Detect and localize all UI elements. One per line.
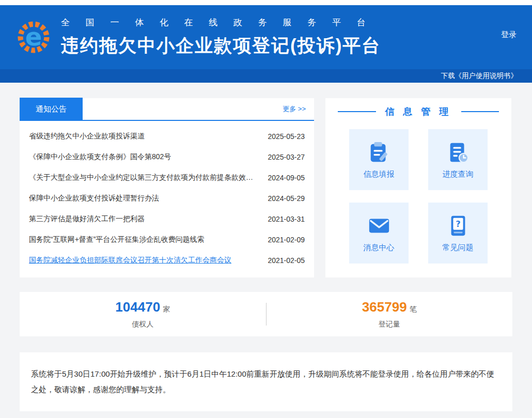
header-line-left	[338, 111, 376, 112]
notice-list: 省级违约拖欠中小企业款项投诉渠道 2025-05-23 《保障中小企业款项支付条…	[20, 121, 314, 271]
faq-icon: ?	[446, 214, 470, 238]
tile-faq[interactable]: ? 常见问题	[428, 203, 488, 264]
gear-e-logo-icon: e	[14, 18, 53, 56]
info-tiles: 信息填报 进度查询	[338, 129, 499, 264]
main-content: 通知公告 更多 >> 省级违约拖欠中小企业款项投诉渠道 2025-05-23 《…	[0, 83, 532, 411]
notice-date: 2025-03-27	[268, 153, 305, 161]
notice-item[interactable]: 省级违约拖欠中小企业款项投诉渠道 2025-05-23	[29, 126, 305, 147]
notice-date: 2025-05-23	[268, 132, 305, 141]
notice-title[interactable]: 国务院“互联网+督查”平台公开征集涉企乱收费问题线索	[29, 235, 205, 244]
header-titles: 全 国 一 体 化 在 线 政 务 服 务 平 台 违约拖欠中小企业款项登记(投…	[61, 17, 381, 58]
platform-tagline: 全 国 一 体 化 在 线 政 务 服 务 平 台	[61, 17, 381, 28]
notice-title[interactable]: 《保障中小企业款项支付条例》国令第802号	[29, 152, 171, 162]
message-center-icon	[367, 214, 391, 238]
header-main: e 全 国 一 体 化 在 线 政 务 服 务 平 台 违约拖欠中小企业款项登记…	[0, 5, 532, 69]
stat-registrations: 365799笔 登记量	[267, 299, 513, 329]
header-strip: 下载《用户使用说明书》	[0, 69, 532, 83]
login-link[interactable]: 登录	[501, 30, 517, 40]
notice-date: 2021-03-31	[268, 215, 305, 223]
tab-notices[interactable]: 通知公告	[20, 98, 83, 120]
maintenance-notice: 系统将于5月30日17:00开始升级维护，预计于6月1日中午12:00前重新开放…	[20, 352, 512, 411]
progress-query-icon	[446, 141, 470, 164]
notice-panel-header: 通知公告 更多 >>	[20, 98, 314, 121]
creditors-count: 104470	[115, 299, 160, 315]
notice-date: 2024-05-29	[268, 194, 305, 203]
svg-text:e: e	[25, 22, 42, 51]
notice-item[interactable]: 第三方评估是做好清欠工作一把利器 2021-03-31	[29, 209, 305, 229]
notice-title[interactable]: 保障中小企业款项支付投诉处理暂行办法	[29, 194, 159, 203]
registrations-label: 登记量	[267, 320, 513, 329]
stats-bar: 104470家 债权人 365799笔 登记量	[20, 292, 512, 336]
tile-label: 进度查询	[443, 169, 474, 179]
header-line-right	[461, 111, 499, 112]
info-management-panel: 信 息 管 理 信息填报	[325, 98, 511, 277]
notice-date: 2021-02-05	[268, 256, 305, 265]
notice-date: 2024-09-05	[268, 174, 305, 182]
notice-item[interactable]: 《保障中小企业款项支付条例》国令第802号 2025-03-27	[29, 147, 305, 167]
tile-label: 常见问题	[443, 243, 474, 253]
tile-label: 消息中心	[364, 243, 395, 253]
svg-text:?: ?	[456, 219, 460, 228]
info-management-title: 信 息 管 理	[385, 105, 452, 118]
more-notices-link[interactable]: 更多 >>	[283, 104, 306, 114]
stat-creditors: 104470家 债权人	[20, 299, 266, 329]
creditors-label: 债权人	[20, 320, 266, 329]
page-title: 违约拖欠中小企业款项登记(投诉)平台	[61, 34, 381, 58]
info-management-header: 信 息 管 理	[338, 105, 499, 118]
download-manual-link[interactable]: 下载《用户使用说明书》	[441, 71, 518, 81]
notice-item[interactable]: 国务院“互联网+督查”平台公开征集涉企乱收费问题线索 2021-02-09	[29, 229, 305, 250]
form-fill-icon	[367, 141, 391, 164]
tile-label: 信息填报	[364, 169, 395, 179]
notice-panel: 通知公告 更多 >> 省级违约拖欠中小企业款项投诉渠道 2025-05-23 《…	[20, 98, 314, 277]
notice-title[interactable]: 国务院减轻企业负担部际联席会议召开第十次清欠工作会商会议	[29, 256, 231, 265]
notice-item[interactable]: 保障中小企业款项支付投诉处理暂行办法 2024-05-29	[29, 188, 305, 209]
registrations-count: 365799	[362, 299, 407, 315]
notice-date: 2021-02-09	[268, 236, 305, 244]
top-gap	[0, 0, 532, 5]
header: e 全 国 一 体 化 在 线 政 务 服 务 平 台 违约拖欠中小企业款项登记…	[0, 5, 532, 83]
notice-item[interactable]: 国务院减轻企业负担部际联席会议召开第十次清欠工作会商会议 2021-02-05	[29, 250, 305, 271]
notice-item[interactable]: 《关于大型企业与中小企业约定以第三方支付款项为付款前提条款效力... 2024-…	[29, 167, 305, 188]
notice-title[interactable]: 《关于大型企业与中小企业约定以第三方支付款项为付款前提条款效力...	[29, 173, 256, 182]
notice-title[interactable]: 省级违约拖欠中小企业款项投诉渠道	[29, 132, 145, 141]
tile-progress-query[interactable]: 进度查询	[428, 129, 488, 190]
tile-form-fill[interactable]: 信息填报	[349, 129, 409, 190]
creditors-unit: 家	[163, 305, 170, 313]
registrations-unit: 笔	[410, 305, 417, 313]
notice-title[interactable]: 第三方评估是做好清欠工作一把利器	[29, 214, 145, 224]
tile-message-center[interactable]: 消息中心	[349, 203, 409, 264]
